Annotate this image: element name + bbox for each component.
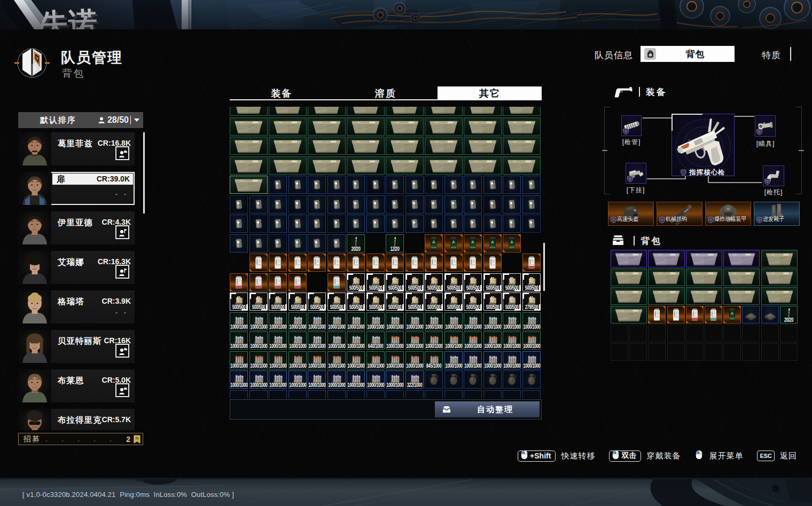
item-slot[interactable]: 500/500 [444,273,463,291]
item-slot[interactable] [686,287,722,305]
item-slot[interactable]: 1000/1000 [308,312,326,330]
item-slot[interactable]: 1000/1000 [522,351,541,369]
item-slot[interactable]: 1000/1000 [327,370,346,389]
item-slot[interactable]: 1000/1000 [444,331,463,350]
item-slot[interactable]: 1000/1000 [308,351,326,369]
item-slot[interactable]: 1000/1000 [269,331,287,350]
item-slot[interactable]: 500/500 [249,292,268,311]
recruit-button[interactable]: 招募 2 [18,433,143,445]
item-slot[interactable] [503,176,521,194]
item-slot[interactable]: 1000/1000 [230,312,248,330]
item-slot[interactable] [405,176,424,194]
item-slot[interactable] [386,117,424,136]
item-slot[interactable] [405,254,424,272]
item-slot[interactable]: 500/500 [464,292,482,311]
item-slot[interactable] [483,176,502,194]
item-slot[interactable]: 1000/1000 [366,351,385,369]
empty-slot[interactable] [780,325,798,342]
item-slot[interactable] [269,176,287,194]
item-slot[interactable]: 500/500 [269,292,287,311]
item-slot[interactable]: 1000/1000 [347,331,365,350]
item-slot[interactable]: 20/20 [347,234,365,252]
item-slot[interactable] [249,254,268,272]
item-slot[interactable]: 500/500 [288,292,307,311]
item-slot[interactable] [444,254,463,272]
item-slot[interactable] [366,390,385,399]
item-slot[interactable] [366,215,385,233]
member-card-3[interactable]: 伊里亚德CR:4.3K [18,211,135,244]
item-slot[interactable] [425,195,443,214]
item-slot[interactable] [386,195,404,214]
item-slot[interactable]: 1000/1000 [347,351,365,369]
item-slot[interactable] [230,137,268,155]
item-slot[interactable] [611,287,647,305]
item-slot[interactable]: 500/500 [444,292,463,311]
item-slot[interactable] [347,390,365,399]
item-slot[interactable] [288,195,307,214]
item-slot[interactable] [611,306,647,323]
item-slot[interactable]: 322/1000 [405,370,424,389]
item-slot[interactable] [327,195,346,214]
equipment-card-2[interactable]: 机械抓钩 [657,202,702,226]
item-slot[interactable]: 1000/1000 [327,312,346,330]
item-slot[interactable]: 500/500 [425,292,443,311]
item-slot[interactable] [483,254,502,272]
inventory-tab-2[interactable]: 溶质 [334,86,438,100]
item-slot[interactable]: 1000/1000 [464,351,482,369]
item-slot[interactable] [269,107,307,116]
member-card-2[interactable]: 扉CR:39.0K- - [18,172,135,205]
item-slot[interactable] [249,273,268,291]
item-slot[interactable] [269,234,287,252]
item-slot[interactable]: 1000/1000 [483,331,502,350]
item-slot[interactable]: 500/500 [230,292,248,311]
item-slot[interactable] [464,117,502,136]
item-slot[interactable] [308,215,326,233]
item-slot[interactable] [230,176,268,194]
item-slot[interactable] [230,390,248,399]
item-slot[interactable] [503,117,541,136]
item-slot[interactable] [464,254,482,272]
item-slot[interactable] [742,306,760,323]
item-slot[interactable] [405,195,424,214]
item-slot[interactable] [761,287,798,305]
item-slot[interactable]: 1000/1000 [503,312,521,330]
item-slot[interactable] [230,273,248,291]
item-slot[interactable]: 640/1000 [366,331,385,350]
item-slot[interactable]: 500/500 [464,273,482,291]
item-slot[interactable] [425,107,463,116]
item-slot[interactable]: 1000/1000 [386,370,404,389]
item-slot[interactable] [405,215,424,233]
item-slot[interactable]: 1000/1000 [347,370,365,389]
item-slot[interactable]: 1000/1000 [288,351,307,369]
item-slot[interactable]: 1000/1000 [269,312,287,330]
empty-slot[interactable] [723,343,741,361]
item-slot[interactable]: 500/500 [366,292,385,311]
empty-slot[interactable] [761,343,779,361]
item-slot[interactable]: 500/500 [386,292,404,311]
item-slot[interactable] [308,234,326,252]
item-slot[interactable] [386,156,424,175]
item-slot[interactable]: 1000/1000 [366,312,385,330]
item-slot[interactable] [503,137,541,155]
empty-slot[interactable] [761,325,779,342]
item-slot[interactable]: 1000/1000 [522,331,541,350]
item-slot[interactable] [522,195,541,214]
item-slot[interactable] [648,250,684,267]
item-slot[interactable] [425,370,443,389]
item-slot[interactable]: 500/500 [308,292,326,311]
equipment-card-4[interactable]: 进发靴子 [754,202,800,226]
item-slot[interactable]: 500/500 [347,273,365,291]
item-slot[interactable] [444,195,463,214]
item-slot[interactable] [444,390,463,399]
weapon-display-cell[interactable] [672,114,735,176]
item-slot[interactable]: 1000/1000 [503,351,521,369]
item-slot[interactable] [327,234,346,252]
item-slot[interactable]: 1000/1000 [347,312,365,330]
inventory-scrollbar[interactable] [543,243,545,291]
item-slot[interactable] [386,390,404,399]
item-slot[interactable] [464,390,482,399]
tab-member-info[interactable]: 队员信息 [595,49,633,61]
item-slot[interactable]: 20/20 [780,306,798,323]
empty-slot[interactable] [648,325,666,342]
item-slot[interactable] [522,254,541,272]
